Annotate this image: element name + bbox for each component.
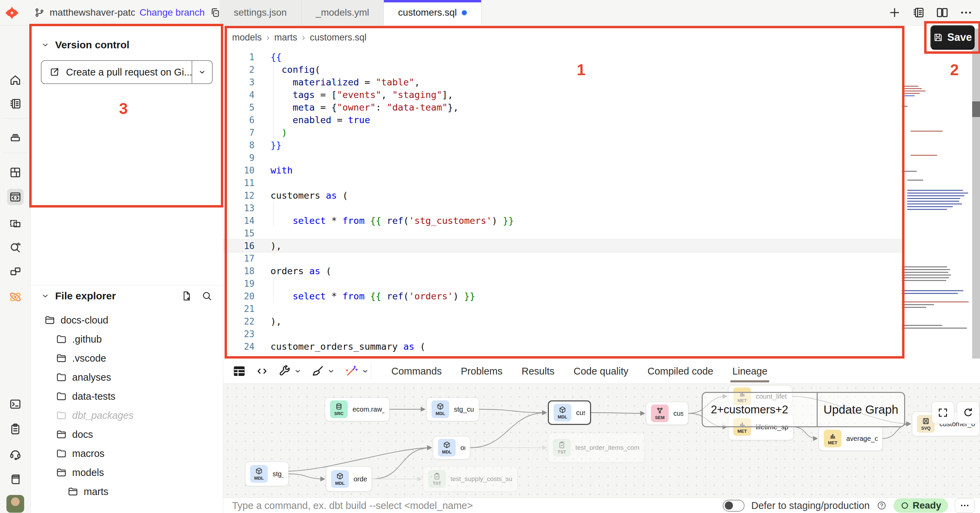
editor-scrollbar[interactable]: [972, 29, 980, 359]
panel-tab-compiled-code[interactable]: Compiled code: [648, 359, 713, 384]
code-line-11: 11: [223, 176, 904, 189]
magic-pen-icon[interactable]: [344, 364, 369, 378]
rail-terminal-icon[interactable]: [7, 396, 24, 412]
command-input[interactable]: Type a command, ex. dbt build --select <…: [232, 500, 723, 511]
lineage-node-customers_sem[interactable]: SEMcustomers: [646, 402, 688, 425]
folder-open-icon: [67, 486, 78, 497]
defer-toggle[interactable]: [723, 500, 745, 511]
chevron-down-icon[interactable]: [327, 367, 336, 376]
table-preview-icon[interactable]: [232, 364, 247, 378]
lineage-node-order_items[interactable]: MDLorder_items: [326, 466, 372, 492]
rail-grid-icon[interactable]: [7, 164, 24, 181]
minimap-line: [902, 327, 967, 329]
left-panel: Version control Create a pull request on…: [30, 25, 223, 513]
editor-minimap[interactable]: [902, 29, 970, 355]
tab-label: _models.yml: [316, 7, 369, 18]
explorer-folder-macros[interactable]: macros: [30, 444, 223, 463]
pr-dropdown-button[interactable]: [192, 61, 212, 83]
create-pr-button[interactable]: Create a pull request on Gi...: [41, 60, 213, 84]
rail-windows-icon[interactable]: [7, 263, 24, 280]
explorer-folder-models[interactable]: models: [30, 463, 223, 482]
code-lines[interactable]: 1{{2 config(3 materialized = "table",4 t…: [223, 51, 904, 353]
panel-tab-results[interactable]: Results: [522, 359, 555, 384]
panel-tab-commands[interactable]: Commands: [391, 359, 442, 384]
panel-tab-problems[interactable]: Problems: [461, 359, 503, 384]
explorer-folder-.vscode[interactable]: .vscode: [30, 349, 223, 368]
rail-canvas-icon[interactable]: [7, 215, 24, 232]
editor-tab-settings.json[interactable]: settings.json: [220, 0, 301, 25]
breadcrumb-file[interactable]: customers.sql: [310, 32, 367, 43]
breadcrumb-marts[interactable]: marts: [274, 32, 298, 43]
scrollbar-handle[interactable]: [972, 102, 980, 117]
explorer-folder-data-tests[interactable]: data-tests: [30, 387, 223, 406]
new-file-icon[interactable]: [181, 290, 192, 302]
folder-label: docs-cloud: [60, 314, 108, 326]
code-text: customers as (: [255, 190, 348, 201]
folder-icon: [56, 410, 67, 421]
update-graph-button[interactable]: Update Graph: [818, 393, 904, 426]
lineage-node-test_supply[interactable]: TSTtest_supply_costs_sum_correctly: [423, 466, 517, 492]
editor-tab-_models.yml[interactable]: _models.yml: [301, 0, 384, 25]
lineage-node-test_bools[interactable]: TSTtest_order_items_compute_to_bools_cor…: [548, 433, 645, 463]
status-label: Ready: [913, 500, 941, 511]
lineage-canvas[interactable]: 2+customers+2 Update Graph SRCecom.raw_c…: [223, 384, 980, 498]
file-explorer-header[interactable]: File explorer: [41, 290, 116, 302]
save-button[interactable]: Save: [930, 25, 975, 50]
rail-notebook-icon[interactable]: [7, 95, 24, 112]
code-editor[interactable]: models › marts › customers.sql 1{{2 conf…: [223, 25, 980, 359]
split-view-icon[interactable]: [934, 5, 950, 21]
graph-selector-input[interactable]: 2+customers+2: [703, 393, 818, 426]
graph-selector-overlay: 2+customers+2 Update Graph: [702, 392, 905, 427]
dbt-logo-icon: [4, 5, 20, 21]
rail-insights-icon[interactable]: [7, 239, 24, 256]
rail-atom-icon[interactable]: [7, 289, 24, 305]
change-branch-link[interactable]: Change branch: [140, 7, 205, 18]
lineage-node-stg_customers[interactable]: MDLstg_customers: [426, 397, 479, 421]
branch-name: matthewshaver-patc: [50, 7, 135, 18]
help-icon[interactable]: [877, 500, 887, 511]
user-avatar[interactable]: [6, 495, 24, 513]
wrench-icon[interactable]: [278, 364, 302, 378]
explorer-folder-marts[interactable]: marts: [30, 482, 223, 501]
explorer-folder-analyses[interactable]: analyses: [30, 368, 223, 387]
search-icon[interactable]: [201, 290, 213, 302]
lineage-node-orders[interactable]: MDLorders: [433, 436, 470, 459]
panel-tab-lineage[interactable]: Lineage: [732, 359, 767, 384]
chevron-down-icon[interactable]: [293, 367, 302, 376]
rail-book-icon[interactable]: [7, 471, 24, 488]
folder-icon: [56, 334, 67, 345]
explorer-folder-docs-cloud[interactable]: docs-cloud: [30, 311, 223, 330]
folder-icon: [56, 391, 67, 402]
rail-stack-icon[interactable]: [7, 129, 24, 145]
lineage-node-raw_customers[interactable]: SRCecom.raw_customers: [325, 397, 390, 421]
lineage-node-customers_mdl[interactable]: MDLcustomers: [548, 400, 591, 425]
chevron-down-icon: [41, 292, 50, 300]
node-label: average_order_value: [846, 435, 878, 443]
plus-icon[interactable]: [887, 5, 902, 21]
code-line-1: 1{{: [223, 51, 904, 63]
minimap-line: [902, 106, 907, 107]
broom-icon[interactable]: [311, 364, 336, 378]
notebook-icon[interactable]: [911, 5, 926, 21]
lineage-node-stg_orders[interactable]: MDLstg_orders: [245, 462, 288, 486]
code-line-21: 21: [223, 302, 904, 315]
rail-home-icon[interactable]: [7, 72, 24, 88]
rail-headset-icon[interactable]: [7, 446, 24, 462]
panel-tab-code-quality[interactable]: Code quality: [573, 359, 628, 384]
more-horizontal-icon[interactable]: [958, 5, 974, 21]
version-control-header[interactable]: Version control: [41, 39, 129, 51]
explorer-folder-.github[interactable]: .github: [30, 330, 223, 349]
refresh-icon[interactable]: [957, 402, 979, 424]
explorer-folder-dbt_packages[interactable]: dbt_packages: [30, 406, 223, 425]
editor-tab-customers.sql[interactable]: customers.sql: [384, 0, 482, 25]
rail-code-editor-icon[interactable]: [7, 189, 24, 205]
chevron-down-icon[interactable]: [361, 367, 369, 376]
more-options-button[interactable]: [955, 498, 975, 513]
breadcrumb-models[interactable]: models: [232, 32, 262, 43]
node-label: ecom.raw_customers: [353, 405, 385, 413]
lineage-node-average_order_value[interactable]: METaverage_order_value: [819, 426, 883, 451]
code-icon[interactable]: [255, 364, 269, 378]
fullscreen-icon[interactable]: [932, 402, 954, 424]
explorer-folder-docs[interactable]: docs: [30, 425, 223, 444]
rail-clipboard-icon[interactable]: [7, 421, 24, 437]
